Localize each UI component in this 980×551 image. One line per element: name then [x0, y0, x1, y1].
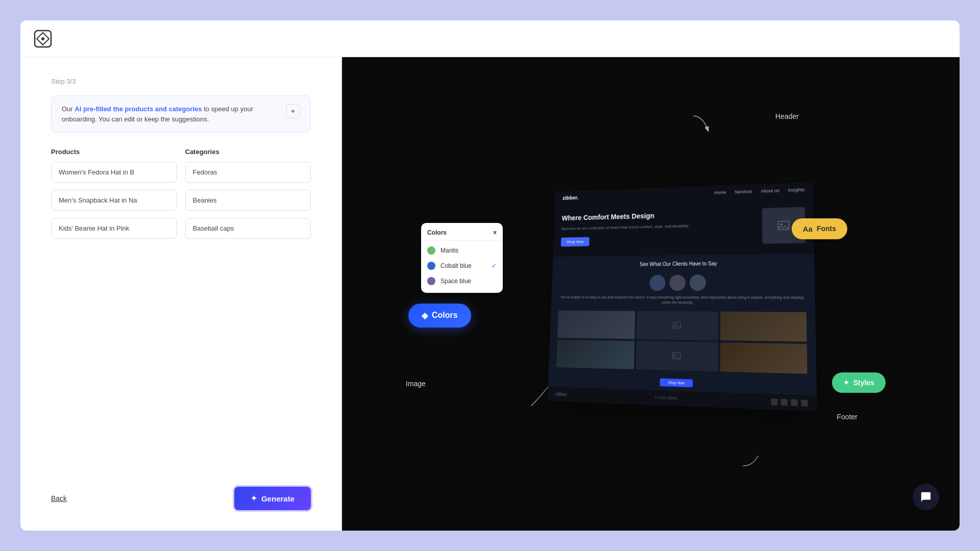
footer-icon-3	[791, 399, 798, 406]
ai-notice-text: Our AI pre-filled the products and categ…	[62, 104, 280, 124]
nav-about: About us	[761, 188, 779, 193]
gallery-item-4	[556, 340, 634, 369]
footer-annotation: Footer	[837, 413, 857, 421]
styles-button-label: Styles	[853, 379, 874, 387]
column-headers: Products Categories	[51, 148, 311, 162]
avatar-3	[690, 274, 706, 291]
preview-hero-title: Where Comfort Meets Design	[561, 209, 753, 223]
right-panel: zibber. Home Services About us Insights …	[342, 57, 960, 531]
colors-button[interactable]: ◆ Colors	[408, 304, 471, 328]
preview-nav-links: Home Services About us Insights	[714, 187, 804, 195]
generate-icon: ✦	[251, 494, 257, 503]
categories-column-header: Categories	[185, 148, 311, 156]
color-option-space[interactable]: Space blue	[421, 273, 503, 289]
svg-point-7	[675, 323, 676, 325]
header-annotation: Header	[775, 112, 799, 120]
gallery-item-5	[636, 341, 718, 371]
footer-icon-2	[781, 398, 788, 405]
preview-cta: Shop Now	[561, 237, 590, 247]
preview-footer-icons	[771, 398, 807, 407]
color-option-cobalt[interactable]: Cobalt blue ✓	[421, 258, 503, 273]
ai-notice: Our AI pre-filled the products and categ…	[51, 95, 311, 133]
preview-logo: zibber.	[562, 194, 579, 201]
preview-hero-text: Where Comfort Meets Design Discover an e…	[561, 209, 754, 247]
category-input-2[interactable]	[185, 190, 311, 211]
preview-hero-body: Discover an eco collection of chairs tha…	[561, 221, 754, 232]
bottom-actions: Back ✦ Generate	[51, 487, 311, 510]
preview-footer-copy: © 2022 zibber	[655, 395, 677, 400]
main-container: Step 3/3 Our AI pre-filled the products …	[20, 20, 960, 531]
fonts-button-label: Fonts	[817, 224, 836, 233]
product-input-2[interactable]	[51, 190, 177, 211]
fonts-button[interactable]: Aa Fonts	[792, 218, 847, 239]
product-input-3[interactable]	[51, 218, 177, 239]
image-annotation: Image	[406, 380, 426, 388]
preview-footer-logo: zibber.	[555, 391, 568, 397]
colors-button-icon: ◆	[422, 311, 428, 320]
space-label: Space blue	[440, 278, 497, 285]
row-1	[51, 162, 311, 190]
footer-icon-4	[801, 399, 807, 407]
mantis-color-dot	[427, 246, 435, 255]
back-button[interactable]: Back	[51, 494, 67, 503]
colors-button-label: Colors	[432, 311, 458, 320]
gallery-item-1	[557, 310, 635, 339]
app-logo	[33, 29, 53, 49]
cobalt-color-dot	[427, 262, 435, 270]
colors-dropdown-header: Colors ×	[421, 227, 503, 241]
svg-point-5	[780, 223, 782, 226]
ai-notice-prefix: Our	[62, 105, 75, 113]
chat-button[interactable]	[913, 484, 939, 510]
gallery-item-6	[720, 342, 807, 374]
preview-hero: Where Comfort Meets Design Discover an e…	[553, 196, 814, 257]
cobalt-label: Cobalt blue	[440, 262, 486, 269]
product-input-1[interactable]	[51, 162, 177, 183]
gallery-item-2	[636, 311, 718, 340]
generate-button[interactable]: ✦ Generate	[234, 487, 311, 510]
avatar-2	[669, 274, 685, 291]
category-input-3[interactable]	[185, 218, 311, 239]
colors-dropdown: Colors × Mantis Cobalt blue ✓ Space blue	[421, 223, 503, 293]
colors-dropdown-title: Colors	[427, 229, 447, 236]
preview-shop-btn: Shop Now	[660, 378, 693, 387]
styles-button-icon: ✦	[843, 379, 849, 387]
styles-button[interactable]: ✦ Styles	[832, 372, 886, 393]
svg-point-9	[674, 354, 676, 356]
step-label: Step 3/3	[51, 78, 311, 85]
mantis-label: Mantis	[440, 247, 497, 254]
preview-quote: The AI builder is so easy to use and eve…	[551, 295, 816, 310]
gallery-item-3	[720, 311, 807, 341]
nav-services: Services	[734, 189, 752, 194]
footer-icon-1	[771, 398, 777, 405]
ai-notice-close-button[interactable]: ✦	[286, 104, 300, 118]
products-column-header: Products	[51, 148, 177, 156]
nav-insights: Insights	[788, 187, 805, 193]
website-preview: zibber. Home Services About us Insights …	[548, 182, 817, 411]
svg-rect-4	[778, 221, 789, 230]
top-bar	[20, 20, 960, 57]
content-area: Step 3/3 Our AI pre-filled the products …	[20, 57, 960, 531]
preview-gallery	[549, 308, 816, 376]
svg-point-2	[41, 37, 44, 40]
left-panel: Step 3/3 Our AI pre-filled the products …	[20, 57, 342, 531]
category-input-1[interactable]	[185, 162, 311, 183]
space-color-dot	[427, 277, 435, 285]
fonts-button-icon: Aa	[803, 224, 813, 233]
preview-section-title: See What Our Clients Have to Say	[552, 254, 814, 272]
generate-label: Generate	[261, 494, 295, 503]
nav-home: Home	[714, 190, 726, 195]
ai-notice-highlight: AI pre-filled the products and categorie…	[75, 105, 202, 113]
preview-testimonials	[552, 269, 815, 295]
row-2	[51, 190, 311, 218]
form-section: Products Categories	[51, 148, 311, 471]
row-3	[51, 218, 311, 246]
cobalt-check: ✓	[492, 262, 497, 269]
avatar-1	[649, 275, 666, 291]
colors-dropdown-close[interactable]: ×	[493, 229, 497, 236]
color-option-mantis[interactable]: Mantis	[421, 243, 503, 258]
